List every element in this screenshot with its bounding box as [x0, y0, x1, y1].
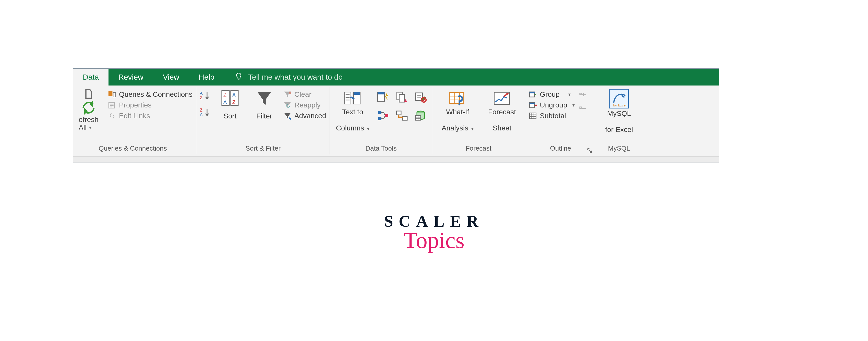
group-queries-connections: efresh All▾ Queries & Connections Proper… [73, 87, 196, 154]
refresh-icon [80, 100, 97, 115]
subtotal-label: Subtotal [540, 112, 566, 120]
svg-marker-1 [84, 108, 88, 115]
properties-label: Properties [119, 101, 152, 109]
svg-marker-0 [90, 100, 93, 108]
group-data-tools: Text toColumns ▾ Data Tools [330, 87, 432, 154]
tab-data[interactable]: Data [73, 69, 108, 86]
tell-me-placeholder: Tell me what you want to do [248, 73, 343, 82]
svg-rect-20 [353, 92, 360, 95]
svg-text:A: A [223, 99, 227, 105]
svg-rect-45 [530, 103, 535, 104]
reapply-label: Reapply [294, 101, 321, 109]
forecast-l1: Forecast [488, 108, 516, 116]
consolidate-button[interactable] [375, 108, 391, 123]
ungroup-button[interactable]: Ungroup ▾ [528, 101, 575, 110]
properties-button[interactable]: Properties [108, 101, 192, 110]
mysql-l1: MySQL [605, 110, 633, 117]
text-to-columns-icon [344, 89, 362, 107]
clear-icon [283, 90, 292, 99]
svg-rect-43 [530, 92, 535, 93]
ribbon-tabbar: Data Review View Help Tell me what you w… [73, 69, 719, 86]
queries-icon [108, 90, 116, 99]
filter-button[interactable]: Filter [249, 89, 280, 124]
refresh-all-button[interactable]: efresh All▾ [73, 89, 104, 132]
svg-text:Z: Z [223, 92, 226, 97]
show-detail-button[interactable] [578, 90, 587, 99]
scaler-topics-logo: SCALER Topics [365, 212, 503, 253]
tab-view[interactable]: View [153, 69, 189, 86]
reapply-button[interactable]: Reapply [283, 101, 326, 110]
group-button[interactable]: Group ▾ [528, 90, 575, 99]
queries-label: Queries & Connections [119, 90, 192, 98]
ribbon-bottom-strip [73, 156, 719, 163]
text-to-columns-button[interactable]: Text toColumns ▾ [333, 89, 372, 132]
sort-label: Sort [223, 108, 237, 124]
group-label-queries: Queries & Connections [73, 143, 192, 154]
reapply-icon [283, 101, 292, 110]
logo-bottom-text: Topics [365, 227, 503, 253]
forecast-sheet-button[interactable]: ForecastSheet [483, 89, 521, 132]
edit-links-label: Edit Links [119, 112, 150, 120]
chevron-down-icon: ▾ [571, 102, 575, 108]
ungroup-icon [528, 101, 537, 110]
tab-help[interactable]: Help [189, 69, 224, 86]
whatif-l1: What-If [442, 108, 473, 116]
group-outline: Group ▾ Ungroup ▾ Subtotal [525, 87, 596, 154]
mysql-l2: for Excel [605, 126, 633, 133]
excel-ribbon-frame: Data Review View Help Tell me what you w… [73, 68, 719, 163]
text-to-columns-l2: Columns [336, 124, 364, 132]
svg-point-17 [289, 118, 291, 119]
svg-text:Z: Z [232, 99, 236, 105]
group-mysql: for Excel MySQLfor Excel MySQL [596, 87, 642, 154]
clear-filter-button[interactable]: Clear [283, 90, 326, 99]
sort-dialog-icon: ZAAZ [221, 89, 239, 107]
subtotal-button[interactable]: Subtotal [528, 112, 575, 120]
svg-rect-18 [344, 92, 351, 104]
svg-rect-32 [378, 117, 381, 120]
tell-me-search[interactable]: Tell me what you want to do [224, 69, 719, 86]
relationships-button[interactable] [394, 108, 409, 123]
forecast-sheet-icon [493, 89, 511, 107]
mysql-for-excel-button[interactable]: for Excel MySQLfor Excel [600, 89, 638, 133]
forecast-l2: Sheet [488, 124, 516, 132]
chevron-down-icon: ▾ [366, 126, 369, 131]
advanced-icon [283, 112, 292, 120]
svg-text:A: A [232, 92, 236, 97]
group-label-datatools: Data Tools [333, 143, 428, 154]
remove-duplicates-button[interactable] [394, 89, 409, 104]
svg-rect-31 [378, 111, 381, 114]
edit-links-button[interactable]: Edit Links [108, 112, 192, 120]
data-validation-button[interactable] [413, 89, 428, 104]
what-if-analysis-button[interactable]: What-IfAnalysis ▾ [436, 89, 479, 132]
manage-data-model-button[interactable] [413, 108, 428, 123]
sort-button[interactable]: ZAAZ Sort [215, 89, 245, 124]
group-label-text: Group [540, 90, 560, 98]
svg-marker-24 [384, 93, 388, 100]
sort-desc-icon[interactable]: ZA [200, 107, 211, 119]
group-label-forecast: Forecast [436, 143, 521, 154]
dialog-launcher-icon[interactable] [587, 147, 592, 153]
flash-fill-button[interactable] [375, 89, 391, 104]
group-label-sortfilter: Sort & Filter [200, 143, 326, 154]
hide-detail-button[interactable] [578, 104, 587, 113]
chevron-down-icon: ▾ [470, 126, 473, 131]
properties-icon [108, 101, 116, 110]
tab-review[interactable]: Review [108, 69, 153, 86]
svg-rect-3 [113, 93, 116, 97]
subtotal-icon [528, 112, 537, 120]
advanced-filter-button[interactable]: Advanced [283, 112, 326, 120]
ribbon-body: efresh All▾ Queries & Connections Proper… [73, 86, 719, 154]
queries-and-connections-button[interactable]: Queries & Connections [108, 90, 192, 99]
group-icon [528, 90, 537, 99]
svg-rect-23 [378, 92, 384, 94]
document-icon [85, 89, 92, 99]
svg-text:Z: Z [200, 96, 203, 100]
svg-rect-33 [385, 114, 388, 117]
sort-asc-icon[interactable]: AZ [200, 91, 211, 102]
chevron-down-icon: ▾ [88, 125, 91, 130]
text-to-columns-l1: Text to [336, 108, 369, 116]
svg-rect-26 [399, 94, 405, 102]
svg-text:for Excel: for Excel [613, 103, 626, 107]
filter-label: Filter [256, 108, 272, 124]
chevron-down-icon: ▾ [567, 92, 570, 97]
